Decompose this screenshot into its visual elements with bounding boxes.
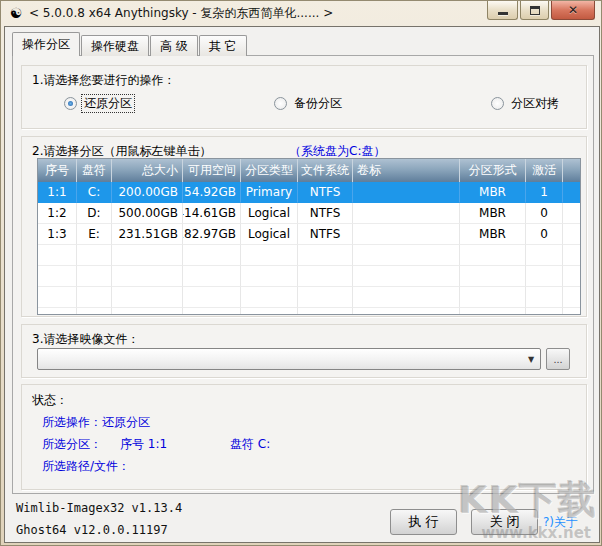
table-cell <box>526 287 563 308</box>
table-row-empty[interactable] <box>38 266 580 287</box>
table-cell: NTFS <box>298 182 353 203</box>
window-controls: ✕ <box>485 1 595 20</box>
operation-select-section: 1.请选择您要进行的操作： 还原分区备份分区分区对拷 <box>21 65 587 129</box>
table-row-empty[interactable] <box>38 308 580 315</box>
radio-option-2[interactable]: 分区对拷 <box>491 95 561 112</box>
table-row-0[interactable]: 1:1C:200.00GB54.92GBPrimaryNTFSMBR1 <box>38 182 580 203</box>
table-cell <box>298 308 353 315</box>
status-partition-label: 所选分区： <box>42 436 102 453</box>
tab-bar: 操作分区操作硬盘高 级其 它 <box>12 32 248 56</box>
table-cell: MBR <box>460 182 526 203</box>
table-cell <box>38 287 77 308</box>
tab-1[interactable]: 操作硬盘 <box>81 35 149 56</box>
column-header-7[interactable]: 分区形式 <box>460 159 526 182</box>
table-cell <box>526 308 563 315</box>
table-cell <box>183 245 241 266</box>
table-cell <box>460 245 526 266</box>
image-file-combobox[interactable]: ▼ <box>37 348 541 370</box>
operation-section-label: 1.请选择您要进行的操作： <box>32 72 175 89</box>
table-cell <box>183 266 241 287</box>
table-row-empty[interactable] <box>38 287 580 308</box>
table-cell-strip <box>563 245 580 266</box>
table-cell <box>38 308 77 315</box>
table-cell <box>183 308 241 315</box>
column-header-2[interactable]: 总大小 <box>112 159 183 182</box>
table-cell: 500.00GB <box>112 203 183 224</box>
radio-option-1[interactable]: 备份分区 <box>274 95 344 112</box>
table-row-empty[interactable] <box>38 245 580 266</box>
version-wimlib: Wimlib-Imagex32 v1.13.4 <box>16 501 182 515</box>
close-button[interactable]: ✕ <box>551 1 595 20</box>
status-path-label: 所选路径/文件： <box>42 459 130 473</box>
table-cell: 200.00GB <box>112 182 183 203</box>
table-cell <box>112 287 183 308</box>
table-cell <box>353 245 460 266</box>
table-cell: 54.92GB <box>183 182 241 203</box>
table-cell: 1:3 <box>38 224 77 245</box>
tab-0[interactable]: 操作分区 <box>12 32 80 56</box>
close-icon: ✕ <box>568 2 578 19</box>
table-cell <box>38 245 77 266</box>
table-cell-strip <box>563 266 580 287</box>
table-cell <box>353 308 460 315</box>
radio-button-icon[interactable] <box>274 97 287 110</box>
column-header-1[interactable]: 盘符 <box>77 159 112 182</box>
table-cell: E: <box>77 224 112 245</box>
radio-label: 分区对拷 <box>509 95 561 112</box>
table-cell: Logical <box>241 224 298 245</box>
table-cell <box>353 182 460 203</box>
table-cell <box>298 287 353 308</box>
table-cell: 0 <box>526 203 563 224</box>
dropdown-arrow-icon[interactable]: ▼ <box>522 355 540 364</box>
status-partition-index: 序号 1:1 <box>120 436 167 453</box>
table-cell: 414.61GB <box>183 203 241 224</box>
column-header-4[interactable]: 分区类型 <box>241 159 298 182</box>
execute-button[interactable]: 执 行 <box>390 509 457 535</box>
maximize-icon <box>530 6 540 15</box>
table-cell <box>353 203 460 224</box>
tab-page-operate-partition: 1.请选择您要进行的操作： 还原分区备份分区分区对拷 2.请选择分区（用鼠标左键… <box>12 55 594 494</box>
about-link[interactable]: ?)关于 <box>543 514 578 531</box>
column-header-0[interactable]: 序号 <box>38 159 77 182</box>
radio-label: 还原分区 <box>82 95 134 112</box>
column-header-5[interactable]: 文件系统 <box>298 159 353 182</box>
table-cell-strip <box>563 203 580 224</box>
partition-table-header: 序号盘符总大小可用空间分区类型文件系统卷标分区形式激活 <box>38 159 580 182</box>
radio-option-0[interactable]: 还原分区 <box>64 95 134 112</box>
image-file-section-label: 3.请选择映像文件： <box>32 331 139 348</box>
table-cell-strip <box>563 287 580 308</box>
partition-table: 序号盘符总大小可用空间分区类型文件系统卷标分区形式激活 1:1C:200.00G… <box>37 158 581 315</box>
table-cell <box>241 308 298 315</box>
table-row-2[interactable]: 1:3E:231.51GB182.97GBLogicalNTFSMBR0 <box>38 224 580 245</box>
status-operation-label: 所选操作： <box>42 415 102 429</box>
column-header-3[interactable]: 可用空间 <box>183 159 241 182</box>
table-cell <box>241 245 298 266</box>
table-cell <box>298 266 353 287</box>
maximize-button[interactable] <box>520 1 549 20</box>
table-cell: 231.51GB <box>112 224 183 245</box>
table-cell: D: <box>77 203 112 224</box>
browse-button[interactable]: ... <box>546 348 570 370</box>
column-header-8[interactable]: 激活 <box>526 159 563 182</box>
tab-3[interactable]: 其 它 <box>199 35 247 56</box>
radio-button-icon[interactable] <box>491 97 504 110</box>
tab-2[interactable]: 高 级 <box>150 35 198 56</box>
minimize-icon <box>498 12 508 15</box>
table-cell: 1 <box>526 182 563 203</box>
table-row-1[interactable]: 1:2D:500.00GB414.61GBLogicalNTFSMBR0 <box>38 203 580 224</box>
minimize-button[interactable] <box>487 1 518 20</box>
table-cell: 1:1 <box>38 182 77 203</box>
table-cell-strip <box>563 182 580 203</box>
table-cell <box>353 287 460 308</box>
table-cell <box>353 224 460 245</box>
table-cell <box>460 266 526 287</box>
column-header-strip <box>563 159 580 182</box>
table-cell: MBR <box>460 203 526 224</box>
radio-button-icon[interactable] <box>64 97 77 110</box>
yin-yang-icon: ☯ <box>8 5 24 21</box>
partition-select-section: 2.请选择分区（用鼠标左键单击） （系统盘为C:盘） 序号盘符总大小可用空间分区… <box>21 136 587 317</box>
close-dialog-button[interactable]: 关 闭 <box>471 509 538 535</box>
column-header-6[interactable]: 卷标 <box>353 159 460 182</box>
table-cell: Primary <box>241 182 298 203</box>
table-cell <box>77 308 112 315</box>
